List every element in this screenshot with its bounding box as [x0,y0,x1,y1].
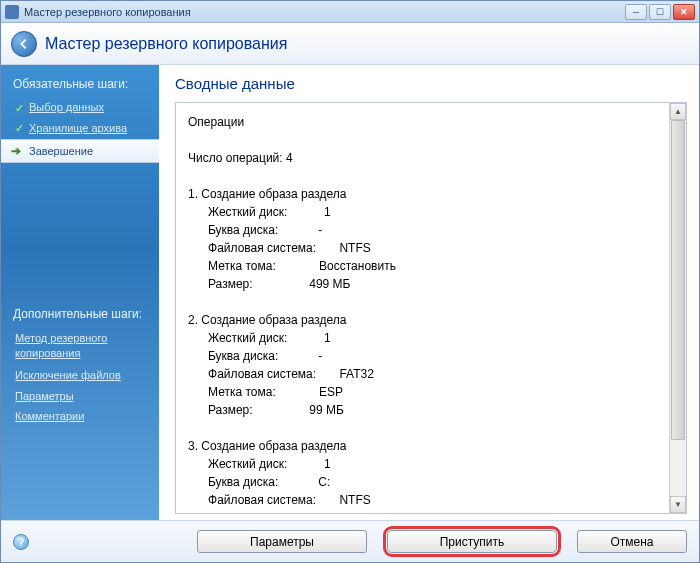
titlebar: Мастер резервного копирования ─ ☐ ✕ [1,1,699,23]
arrow-right-icon: ➔ [11,144,21,158]
sidebar: Обязательные шаги: ✓ Выбор данных ✓ Хран… [1,65,159,520]
footer: ? Параметры Приступить Отмена [1,520,699,562]
step-parameters[interactable]: Параметры [1,386,159,406]
app-icon [5,5,19,19]
close-button[interactable]: ✕ [673,4,695,20]
arrow-left-icon [17,37,31,51]
scroll-up-icon[interactable]: ▲ [670,103,686,120]
check-icon: ✓ [15,121,25,131]
step-completion[interactable]: ➔ Завершение [1,139,159,163]
scroll-down-icon[interactable]: ▼ [670,496,686,513]
check-icon: ✓ [15,102,25,112]
header-title: Мастер резервного копирования [45,35,287,53]
scroll-track[interactable] [670,120,686,496]
summary-box: Операции Число операций: 4 1. Создание о… [175,102,687,514]
page-title: Сводные данные [175,75,687,92]
proceed-button[interactable]: Приступить [387,530,557,553]
window-title: Мастер резервного копирования [24,6,625,18]
mandatory-steps-title: Обязательные шаги: [1,73,159,97]
minimize-button[interactable]: ─ [625,4,647,20]
step-label: Выбор данных [29,101,104,113]
main-panel: Сводные данные Операции Число операций: … [159,65,699,520]
help-icon[interactable]: ? [13,534,29,550]
step-comments[interactable]: Комментарии [1,406,159,426]
step-label: Исключение файлов [15,368,121,382]
summary-text: Операции Число операций: 4 1. Создание о… [176,103,669,513]
step-exclude-files[interactable]: Исключение файлов [1,364,159,386]
step-label: Завершение [29,145,93,157]
step-select-data[interactable]: ✓ Выбор данных [1,97,159,117]
wizard-window: Мастер резервного копирования ─ ☐ ✕ Маст… [0,0,700,563]
step-label: Хранилище архива [29,121,127,135]
optional-steps-title: Дополнительные шаги: [1,303,159,327]
scrollbar[interactable]: ▲ ▼ [669,103,686,513]
maximize-button[interactable]: ☐ [649,4,671,20]
options-button[interactable]: Параметры [197,530,367,553]
step-archive-storage[interactable]: ✓ Хранилище архива [1,117,159,139]
step-label: Метод резервного копирования [15,331,149,360]
step-label: Комментарии [15,410,84,422]
step-backup-method[interactable]: Метод резервного копирования [1,327,159,364]
scroll-thumb[interactable] [671,120,685,440]
back-button[interactable] [11,31,37,57]
header: Мастер резервного копирования [1,23,699,65]
cancel-button[interactable]: Отмена [577,530,687,553]
step-label: Параметры [15,390,74,402]
